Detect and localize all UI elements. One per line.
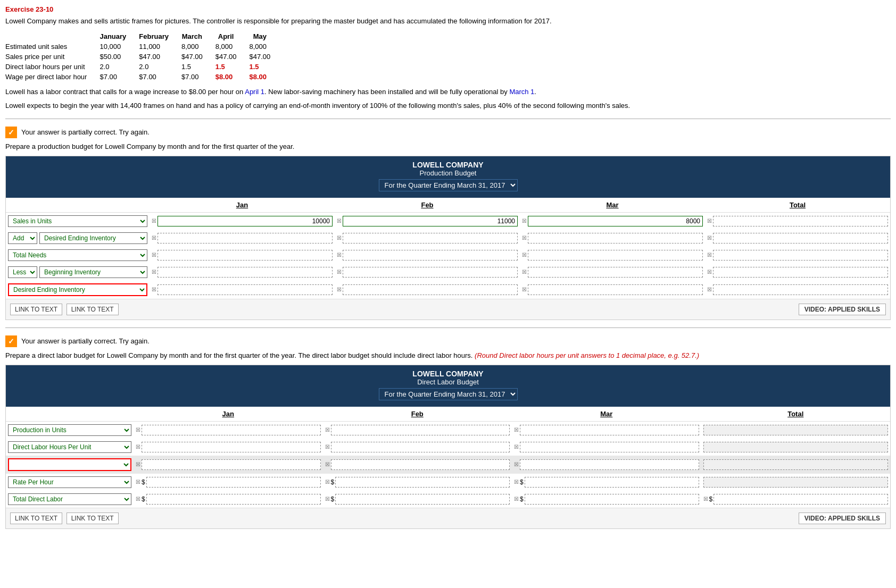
- info-cell-1-2: $47.00: [132, 52, 175, 62]
- labor-rate-jan-input[interactable]: [146, 477, 321, 488]
- info-cell-2-5: 1.5: [243, 62, 277, 72]
- prod-dei-total-cell: ☒: [705, 232, 890, 245]
- labor-rate-mar-input[interactable]: [525, 477, 699, 488]
- prod-dei-mar-input[interactable]: [528, 233, 703, 243]
- labor-link1-btn[interactable]: LINK TO TEXT: [10, 513, 62, 524]
- labor-prod-jan-input[interactable]: [142, 425, 321, 435]
- prod-quarter-select[interactable]: For the Quarter Ending March 31, 2017: [379, 179, 518, 191]
- prod-sales-feb-input[interactable]: [343, 216, 518, 226]
- labor-total-mar-input[interactable]: [525, 494, 699, 505]
- labor-rate-jan-cell: ☒ $: [134, 476, 323, 489]
- labor-total-label-cell[interactable]: Total Direct Labor: [6, 492, 134, 506]
- prod-add-less-select[interactable]: Add Less: [8, 232, 37, 244]
- labor-empty-total-cell: [701, 458, 891, 471]
- labor-dlhpu-mar-input[interactable]: [520, 442, 699, 452]
- prod-dei2-mar-input[interactable]: [528, 284, 703, 295]
- prod-dei-total-input[interactable]: [713, 233, 888, 243]
- labor-prod-feb-input[interactable]: [331, 425, 510, 435]
- labor-total-jan-input[interactable]: [146, 494, 321, 505]
- x-mark-5: ☒: [152, 235, 156, 241]
- prod-bi-label-select[interactable]: Beginning Inventory: [39, 266, 147, 278]
- labor-empty-label-cell[interactable]: [6, 457, 134, 472]
- prod-row-sales-label-cell[interactable]: Sales in Units: [6, 214, 150, 228]
- prod-col-feb: Feb: [335, 200, 520, 210]
- labor-quarter-row[interactable]: For the Quarter Ending March 31, 2017: [10, 386, 886, 402]
- prod-bi-feb-input[interactable]: [343, 267, 518, 278]
- prod-video-btn[interactable]: VIDEO: APPLIED SKILLS: [799, 304, 886, 315]
- prod-sales-total-input[interactable]: [713, 216, 888, 226]
- labor-link2-btn[interactable]: LINK TO TEXT: [67, 513, 119, 524]
- prod-tn-mar-cell: ☒: [520, 249, 705, 262]
- labor-dlhpu-feb-input[interactable]: [331, 442, 510, 452]
- prod-link2-btn[interactable]: LINK TO TEXT: [67, 304, 119, 315]
- prod-bi-mar-input[interactable]: [528, 267, 703, 278]
- labor-total-label-select[interactable]: Total Direct Labor: [8, 493, 131, 505]
- col-header-may: May: [243, 31, 277, 41]
- exercise-description: Lowell Company makes and sells artistic …: [5, 16, 891, 26]
- labor-rate-feb-prefix: $: [331, 478, 335, 486]
- prod-sales-jan-cell: ☒: [150, 215, 335, 228]
- col-header-empty: [5, 31, 93, 41]
- labor-rate-feb-input[interactable]: [335, 477, 510, 488]
- labor-rate-label-select[interactable]: Rate Per Hour: [8, 476, 131, 488]
- prod-tn-label-select[interactable]: Total Needs: [8, 249, 147, 261]
- x-mark-l7: ☒: [136, 461, 140, 467]
- prod-dei-feb-input[interactable]: [343, 233, 518, 243]
- x-mark-3: ☒: [522, 218, 527, 224]
- info-cell-2-0: Direct labor hours per unit: [5, 62, 93, 72]
- labor-total-feb-input[interactable]: [335, 494, 510, 505]
- prod-bi-jan-cell: ☒: [150, 266, 335, 279]
- x-mark-14: ☒: [337, 269, 342, 275]
- labor-empty-jan-input[interactable]: [142, 459, 321, 470]
- prod-dei-label-select[interactable]: Desired Ending Inventory: [39, 232, 147, 244]
- labor-prod-label-cell[interactable]: Production in Units: [6, 423, 134, 437]
- prod-tn-mar-input[interactable]: [528, 250, 703, 261]
- prod-row-dei-label-cell[interactable]: Add Less Desired Ending Inventory: [6, 231, 150, 245]
- note2: Lowell expects to begin the year with 14…: [5, 101, 891, 111]
- prod-row-dei2-label-cell[interactable]: Desired Ending Inventory: [6, 282, 150, 297]
- prod-bi-total-input[interactable]: [713, 267, 888, 278]
- x-mark-l6: ☒: [514, 444, 519, 450]
- prod-row-tn-label-cell[interactable]: Total Needs: [6, 248, 150, 262]
- labor-dlhpu-jan-input[interactable]: [142, 442, 321, 452]
- prod-dei2-jan-input[interactable]: [157, 284, 333, 295]
- prod-bi-jan-input[interactable]: [157, 267, 333, 278]
- labor-rate-mar-cell: ☒ $: [512, 476, 701, 489]
- labor-empty-label-select[interactable]: [8, 458, 131, 471]
- labor-prod-mar-input[interactable]: [520, 425, 699, 435]
- x-mark-17: ☒: [152, 287, 156, 292]
- partial-correct-2: Your answer is partially correct. Try ag…: [5, 335, 891, 347]
- prod-tn-feb-input[interactable]: [343, 250, 518, 261]
- x-mark-9: ☒: [152, 252, 156, 258]
- prod-quarter-row[interactable]: For the Quarter Ending March 31, 2017: [10, 177, 886, 194]
- prod-dei2-total-input[interactable]: [713, 284, 888, 295]
- labor-quarter-select[interactable]: For the Quarter Ending March 31, 2017: [379, 388, 518, 400]
- labor-dlhpu-label-select[interactable]: Direct Labor Hours Per Unit: [8, 441, 131, 453]
- prod-sales-label-select[interactable]: Sales in Units: [8, 215, 147, 227]
- labor-total-jan-prefix: $: [142, 495, 145, 503]
- production-budget-header: LOWELL COMPANY Production Budget For the…: [6, 156, 890, 198]
- prod-dei2-feb-input[interactable]: [343, 284, 518, 295]
- labor-dlhpu-jan-cell: ☒: [134, 441, 323, 453]
- labor-total-total-input[interactable]: [714, 494, 888, 505]
- labor-video-btn[interactable]: VIDEO: APPLIED SKILLS: [799, 513, 886, 524]
- prod-sales-mar-input[interactable]: [528, 216, 703, 226]
- labor-rate-feb-cell: ☒ $: [323, 476, 512, 489]
- prod-tn-total-input[interactable]: [713, 250, 888, 261]
- prod-row-bi-label-cell[interactable]: Less Add Beginning Inventory: [6, 265, 150, 279]
- labor-dlhpu-total-input: [703, 442, 889, 452]
- labor-rate-total-cell: [701, 476, 891, 489]
- labor-empty-feb-input[interactable]: [331, 459, 510, 470]
- prod-sales-jan-input[interactable]: [157, 216, 333, 226]
- labor-empty-mar-input[interactable]: [520, 459, 699, 470]
- prod-less-select[interactable]: Less Add: [8, 266, 37, 278]
- labor-prod-label-select[interactable]: Production in Units: [8, 424, 131, 436]
- prod-link1-btn[interactable]: LINK TO TEXT: [10, 304, 62, 315]
- prod-tn-jan-input[interactable]: [157, 250, 333, 261]
- labor-rate-label-cell[interactable]: Rate Per Hour: [6, 475, 134, 489]
- labor-dlhpu-label-cell[interactable]: Direct Labor Hours Per Unit: [6, 440, 134, 454]
- prod-sales-mar-cell: ☒: [520, 215, 705, 228]
- prod-dei2-label-select[interactable]: Desired Ending Inventory: [8, 283, 147, 296]
- x-mark-l5: ☒: [325, 444, 330, 450]
- prod-dei-jan-input[interactable]: [157, 233, 333, 243]
